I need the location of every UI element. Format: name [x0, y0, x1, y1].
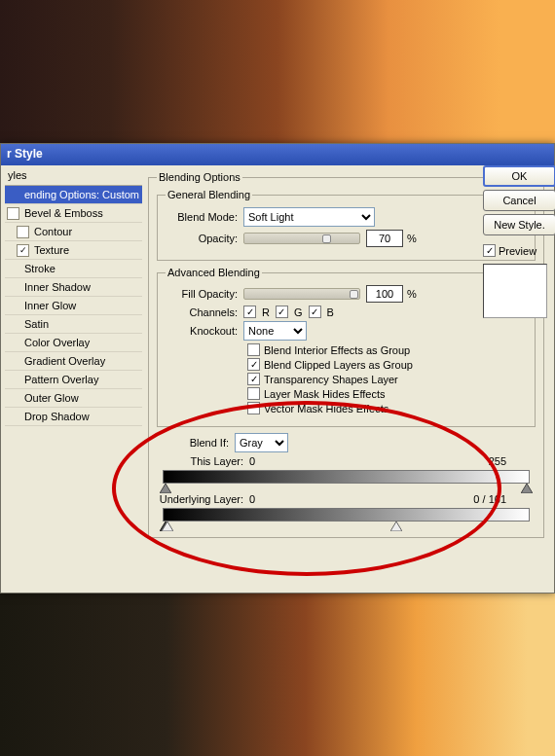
blend-if-select[interactable]: Gray — [235, 433, 288, 452]
opt-blend-interior-label: Blend Interior Effects as Group — [264, 344, 410, 356]
preview-label: Preview — [499, 245, 536, 257]
sidebar-item-checkbox[interactable] — [17, 226, 29, 238]
opt-transparency-label: Transparency Shapes Layer — [264, 374, 398, 385]
advanced-blending-group: Advanced Blending Fill Opacity: % Channe… — [157, 267, 536, 427]
opt-blend-clipped-checkbox[interactable]: ✓ — [247, 358, 260, 371]
cancel-button[interactable]: Cancel — [483, 190, 555, 211]
channel-r-checkbox[interactable]: ✓ — [243, 306, 256, 318]
ok-button[interactable]: OK — [483, 165, 555, 187]
background-image-bottom — [0, 594, 555, 756]
this-layer-gradient[interactable] — [163, 470, 530, 484]
this-layer-white-value: 255 — [489, 455, 506, 467]
svg-marker-1 — [521, 484, 533, 493]
underlying-layer-label: Underlying Layer: — [157, 493, 249, 505]
opt-transparency-checkbox[interactable]: ✓ — [247, 373, 260, 385]
sidebar-item-7[interactable]: Satin — [5, 315, 142, 334]
channels-label: Channels: — [166, 306, 243, 318]
dialog-titlebar[interactable]: r Style — [1, 144, 554, 165]
underlying-white-handle-left[interactable] — [162, 522, 173, 531]
blend-mode-label: Blend Mode: — [166, 211, 243, 223]
sidebar-item-6[interactable]: Inner Glow — [5, 297, 142, 315]
sidebar-item-label: Satin — [24, 318, 49, 330]
sidebar-item-label: Contour — [34, 226, 72, 237]
sidebar-item-label: Pattern Overlay — [24, 374, 98, 385]
this-layer-white-handle[interactable] — [521, 484, 533, 493]
blend-mode-select[interactable]: Soft Light — [243, 207, 375, 227]
sidebar-item-8[interactable]: Color Overlay — [5, 334, 142, 352]
fill-opacity-pct: % — [407, 288, 417, 300]
fill-opacity-label: Fill Opacity: — [166, 288, 243, 300]
opt-layer-mask-checkbox[interactable] — [247, 387, 260, 400]
sidebar-item-1[interactable]: Bevel & Emboss — [5, 204, 142, 223]
sidebar-item-label: Stroke — [24, 263, 56, 274]
preview-checkbox[interactable]: ✓ — [483, 244, 496, 257]
sidebar-item-11[interactable]: Outer Glow — [5, 389, 142, 408]
new-style-button[interactable]: New Style. — [483, 214, 555, 235]
opacity-pct: % — [407, 233, 417, 244]
preview-swatch — [483, 264, 547, 318]
sidebar-item-0[interactable]: ending Options: Custom — [5, 186, 142, 204]
sidebar-item-label: Texture — [34, 244, 69, 256]
knockout-select[interactable]: None — [243, 321, 307, 341]
sidebar-item-label: Gradient Overlay — [24, 355, 105, 367]
underlying-black-value: 0 — [249, 493, 255, 505]
opt-layer-mask-label: Layer Mask Hides Effects — [264, 388, 386, 400]
blending-options-legend: Blending Options — [157, 171, 242, 183]
blend-if-label: Blend If: — [157, 437, 235, 449]
opt-vector-mask-checkbox[interactable] — [247, 402, 260, 414]
underlying-white-value: 0 / 161 — [473, 493, 506, 505]
channel-g-label: G — [294, 306, 303, 318]
sidebar-item-checkbox[interactable] — [7, 207, 19, 220]
background-image-top — [0, 0, 555, 151]
opacity-slider[interactable] — [243, 233, 360, 244]
this-layer-black-value: 0 — [249, 455, 255, 467]
sidebar-item-label: ending Options: Custom — [24, 189, 139, 200]
sidebar-item-4[interactable]: Stroke — [5, 260, 142, 278]
styles-sidebar: yles ending Options: CustomBevel & Embos… — [5, 169, 146, 590]
opacity-label: Opacity: — [166, 233, 243, 244]
sidebar-item-checkbox[interactable]: ✓ — [17, 244, 29, 257]
fill-opacity-slider[interactable] — [243, 288, 360, 300]
advanced-blending-legend: Advanced Blending — [166, 267, 262, 278]
this-layer-label: This Layer: — [157, 455, 249, 467]
channel-b-checkbox[interactable]: ✓ — [309, 306, 321, 318]
layer-style-dialog: r Style yles ending Options: CustomBevel… — [0, 143, 555, 594]
sidebar-item-10[interactable]: Pattern Overlay — [5, 371, 142, 389]
svg-marker-0 — [160, 484, 171, 493]
channel-g-checkbox[interactable]: ✓ — [276, 306, 288, 318]
opt-blend-interior-checkbox[interactable] — [247, 343, 260, 356]
sidebar-item-label: Outer Glow — [24, 392, 79, 404]
general-blending-group: General Blending Blend Mode: Soft Light … — [157, 189, 536, 261]
sidebar-item-2[interactable]: Contour — [5, 223, 142, 241]
opt-vector-mask-label: Vector Mask Hides Effects — [264, 403, 388, 414]
svg-marker-4 — [390, 522, 402, 531]
general-blending-legend: General Blending — [166, 189, 252, 200]
sidebar-item-label: Drop Shadow — [24, 411, 90, 422]
knockout-label: Knockout: — [166, 325, 243, 337]
underlying-gradient[interactable] — [163, 508, 530, 522]
svg-marker-3 — [162, 522, 173, 531]
opt-blend-clipped-label: Blend Clipped Layers as Group — [264, 359, 413, 371]
sidebar-item-label: Inner Glow — [24, 300, 76, 311]
this-layer-black-handle[interactable] — [160, 484, 171, 493]
channel-b-label: B — [327, 306, 334, 318]
sidebar-item-9[interactable]: Gradient Overlay — [5, 352, 142, 371]
channel-r-label: R — [262, 306, 270, 318]
underlying-white-handle-right[interactable] — [390, 522, 402, 531]
sidebar-item-label: Bevel & Emboss — [24, 207, 103, 219]
opacity-input[interactable] — [366, 230, 403, 247]
sidebar-item-label: Color Overlay — [24, 337, 90, 348]
sidebar-item-3[interactable]: ✓Texture — [5, 241, 142, 260]
sidebar-item-12[interactable]: Drop Shadow — [5, 408, 142, 426]
right-button-panel: OK Cancel New Style. ✓ Preview — [483, 165, 555, 318]
sidebar-item-label: Inner Shadow — [24, 281, 91, 293]
blend-if-section: Blend If: Gray This Layer: 0 255 — [157, 433, 536, 522]
fill-opacity-input[interactable] — [366, 285, 403, 303]
sidebar-item-5[interactable]: Inner Shadow — [5, 278, 142, 297]
styles-header: yles — [5, 169, 142, 186]
